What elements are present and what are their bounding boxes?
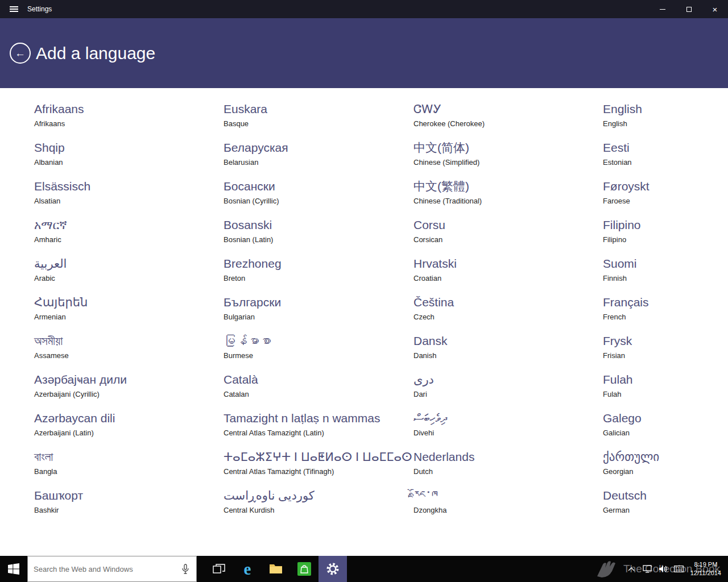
settings-app-button[interactable] xyxy=(318,556,347,582)
language-item[interactable]: Азәрбајҹан дили Azerbaijani (Cyrillic) xyxy=(34,372,224,411)
language-native-name: ქართული xyxy=(603,450,712,464)
taskbar-clock[interactable]: 8:19 PM 12/11/2014 xyxy=(687,560,728,578)
window-title: Settings xyxy=(27,5,52,13)
language-item[interactable]: English English xyxy=(603,102,717,140)
network-tray-button[interactable] xyxy=(639,556,655,582)
language-item[interactable]: Corsu Corsican xyxy=(413,218,603,256)
task-view-icon xyxy=(213,563,225,575)
language-item[interactable]: Tamazight n laṭlaṣ n wammas Central Atla… xyxy=(224,411,413,450)
language-item[interactable]: Afrikaans Afrikaans xyxy=(34,102,224,140)
language-item[interactable]: Elsässisch Alsatian xyxy=(34,179,224,218)
language-english-name: Assamese xyxy=(34,351,219,360)
minimize-button[interactable] xyxy=(650,0,676,18)
language-item[interactable]: 中文(简体) Chinese (Simplified) xyxy=(413,140,603,179)
language-english-name: Chinese (Traditional) xyxy=(413,197,598,205)
task-view-button[interactable] xyxy=(205,556,233,582)
language-item[interactable]: Босански Bosnian (Cyrillic) xyxy=(224,179,413,218)
language-native-name: Dansk xyxy=(413,334,598,348)
language-item[interactable]: Deutsch German xyxy=(603,488,717,527)
language-item[interactable]: 中文(繁體) Chinese (Traditional) xyxy=(413,179,603,218)
language-item[interactable]: Frysk Frisian xyxy=(603,334,717,372)
language-item[interactable]: Euskara Basque xyxy=(224,102,413,140)
language-native-name: Frysk xyxy=(603,334,712,348)
language-item[interactable]: ދިވެހިބަސް Divehi xyxy=(413,411,603,450)
language-english-name: English xyxy=(603,119,712,128)
language-item[interactable]: Български Bulgarian xyxy=(224,295,413,334)
language-item[interactable]: Galego Galician xyxy=(603,411,717,450)
hamburger-menu-button[interactable] xyxy=(0,0,27,18)
network-icon xyxy=(643,565,652,573)
language-native-name: 中文(繁體) xyxy=(413,179,598,194)
store-button[interactable] xyxy=(290,556,318,582)
close-button[interactable]: × xyxy=(702,0,728,18)
browser-button[interactable]: e xyxy=(233,556,262,582)
language-native-name: درى xyxy=(413,372,598,387)
maximize-button[interactable] xyxy=(676,0,702,18)
language-item[interactable]: Čeština Czech xyxy=(413,295,603,334)
language-english-name: Afrikaans xyxy=(34,119,219,128)
volume-tray-button[interactable] xyxy=(655,556,671,582)
language-item[interactable]: မြန်မာစာ Burmese xyxy=(224,334,413,372)
language-native-name: Brezhoneg xyxy=(224,256,409,271)
microphone-icon xyxy=(181,564,189,574)
language-native-name: العربية xyxy=(34,256,219,271)
show-hidden-icons-button[interactable] xyxy=(623,556,639,582)
language-item[interactable]: Башҡорт Bashkir xyxy=(34,488,224,527)
file-explorer-button[interactable] xyxy=(262,556,290,582)
content-area: Afrikaans Afrikaans Shqip Albanian Elsäs… xyxy=(0,88,728,582)
language-item[interactable]: Shqip Albanian xyxy=(34,140,224,179)
language-item[interactable]: Azərbaycan dili Azerbaijani (Latin) xyxy=(34,411,224,450)
clock-date: 12/11/2014 xyxy=(690,569,721,577)
keyboard-tray-button[interactable] xyxy=(671,556,687,582)
hamburger-icon xyxy=(10,5,18,13)
language-native-name: ދިވެހިބަސް xyxy=(413,411,598,426)
language-native-name: မြန်မာစာ xyxy=(224,334,409,348)
language-english-name: Finnish xyxy=(603,274,712,282)
language-item[interactable]: অসমীয়া Assamese xyxy=(34,334,224,372)
language-item[interactable]: አማርኛ Amharic xyxy=(34,218,224,256)
language-item[interactable]: ᏣᎳᎩ Cherokee (Cherokee) xyxy=(413,102,603,140)
language-item[interactable]: Suomi Finnish xyxy=(603,256,717,295)
language-item[interactable]: کوردیی ناوەڕاست Central Kurdish xyxy=(224,488,413,527)
watermark-hand-logo xyxy=(595,560,620,578)
language-english-name: French xyxy=(603,313,712,321)
language-item[interactable]: Català Catalan xyxy=(224,372,413,411)
system-tray: 8:19 PM 12/11/2014 xyxy=(623,556,728,582)
language-item[interactable]: Nederlands Dutch xyxy=(413,450,603,488)
language-item[interactable]: ქართული Georgian xyxy=(603,450,717,488)
language-item[interactable]: Français French xyxy=(603,295,717,334)
minimize-icon xyxy=(660,9,665,10)
language-native-name: Tamazight n laṭlaṣ n wammas xyxy=(224,411,409,426)
language-english-name: Alsatian xyxy=(34,197,219,205)
language-item[interactable]: বাংলা Bangla xyxy=(34,450,224,488)
language-item[interactable]: Беларуская Belarusian xyxy=(224,140,413,179)
language-english-name: Bosnian (Cyrillic) xyxy=(224,197,409,205)
language-english-name: Danish xyxy=(413,351,598,360)
language-english-name: Azerbaijani (Latin) xyxy=(34,429,219,437)
language-item[interactable]: Fulah Fulah xyxy=(603,372,717,411)
language-item[interactable]: Brezhoneg Breton xyxy=(224,256,413,295)
language-english-name: Armenian xyxy=(34,313,219,321)
language-native-name: Fulah xyxy=(603,372,712,387)
start-button[interactable] xyxy=(0,556,27,582)
language-english-name: Cherokee (Cherokee) xyxy=(413,119,598,128)
language-english-name: Galician xyxy=(603,429,712,437)
search-input[interactable] xyxy=(34,565,179,573)
language-item[interactable]: درى Dari xyxy=(413,372,603,411)
language-item[interactable]: Հայերեն Armenian xyxy=(34,295,224,334)
language-english-name: Central Atlas Tamazight (Latin) xyxy=(224,429,409,437)
language-item[interactable]: རྫོང་ཁ Dzongkha xyxy=(413,488,603,527)
settings-window: Settings × ← Add a language Afrikaans Af… xyxy=(0,0,728,582)
language-item[interactable]: Bosanski Bosnian (Latin) xyxy=(224,218,413,256)
language-item[interactable]: Filipino Filipino xyxy=(603,218,717,256)
language-item[interactable]: Hrvatski Croatian xyxy=(413,256,603,295)
back-button[interactable]: ← xyxy=(10,43,31,64)
language-native-name: Հայերեն xyxy=(34,295,219,310)
titlebar: Settings × xyxy=(0,0,728,18)
language-item[interactable]: ⵜⴰⵎⴰⵣⵉⵖⵜ ⵏ ⵡⴰⵟⵍⴰⵙ ⵏ ⵡⴰⵎⵎⴰⵙ Central Atlas… xyxy=(224,450,413,488)
language-item[interactable]: العربية Arabic xyxy=(34,256,224,295)
language-item[interactable]: Eesti Estonian xyxy=(603,140,717,179)
language-item[interactable]: Dansk Danish xyxy=(413,334,603,372)
language-item[interactable]: Føroyskt Faroese xyxy=(603,179,717,218)
microphone-button[interactable] xyxy=(179,560,192,577)
